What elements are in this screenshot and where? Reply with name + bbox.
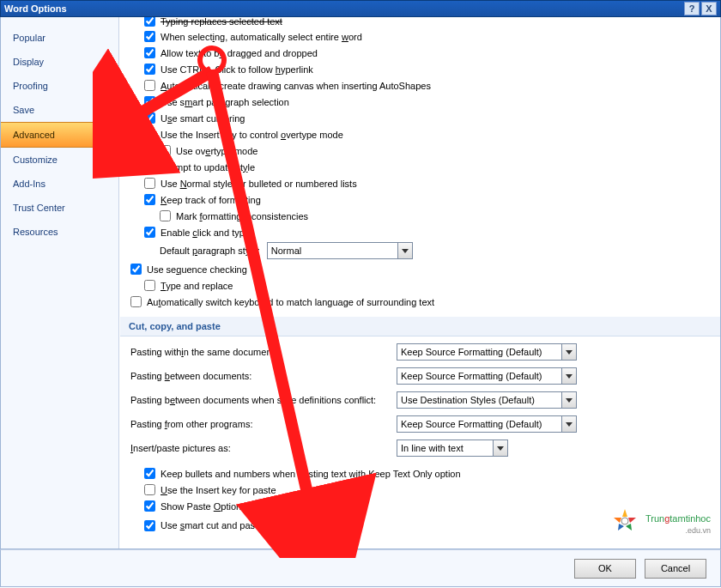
opt-prompt-style: Prompt to update style — [120, 159, 720, 175]
chk-ctrl-click[interactable] — [144, 64, 155, 75]
chevron-down-icon[interactable] — [494, 439, 508, 457]
dialog-footer: OK Cancel — [0, 549, 721, 587]
titlebar: Word Options ? X — [0, 0, 721, 17]
nav-addins[interactable]: Add-Ins — [1, 172, 118, 196]
chevron-down-icon[interactable] — [562, 343, 577, 361]
opt-normal-style: Use Normal style for bulleted or numbere… — [120, 175, 720, 191]
chk-overtype[interactable] — [160, 145, 171, 156]
combo-paste-within[interactable]: Keep Source Formatting (Default) — [397, 343, 577, 361]
opt-insert-paste: Use the Insert key for paste — [120, 482, 720, 498]
combo-paste-other[interactable]: Keep Source Formatting (Default) — [397, 415, 577, 433]
chk-normal-style[interactable] — [144, 178, 155, 189]
opt-ctrl-click: Use CTRL + Click to follow hyperlink — [120, 61, 720, 77]
opt-smart-cursor: Use smart cursoring — [120, 110, 720, 126]
opt-when-selecting: When selecting, automatically select ent… — [120, 28, 720, 45]
chk-smart-cut[interactable] — [144, 520, 155, 531]
opt-show-paste: Show Paste Options buttons — [120, 498, 720, 514]
nav-resources[interactable]: Resources — [1, 220, 118, 244]
chk-show-paste[interactable] — [144, 500, 155, 512]
combo-paste-pictures[interactable]: In line with text — [397, 439, 508, 457]
chk-prompt-style[interactable] — [144, 161, 155, 173]
chk-mark-incons[interactable] — [160, 210, 171, 221]
cancel-button[interactable]: Cancel — [645, 559, 706, 579]
combo-default-para-style[interactable]: Normal — [267, 242, 413, 259]
nav-advanced[interactable]: Advanced — [1, 122, 119, 148]
combo-paste-between[interactable]: Keep Source Formatting (Default) — [397, 367, 577, 385]
nav-proofing[interactable]: Proofing — [1, 74, 118, 98]
nav-display[interactable]: Display — [1, 50, 118, 74]
window-title: Word Options — [4, 3, 682, 14]
chevron-down-icon[interactable] — [562, 415, 577, 433]
opt-drag-drop: Allow text to be dragged and dropped — [120, 45, 720, 61]
content-pane: Typing replaces selected text When selec… — [119, 17, 720, 549]
nav-customize[interactable]: Customize — [1, 148, 118, 172]
chk-smart-para[interactable] — [144, 96, 155, 107]
paste-grid: Pasting within the same document: Keep S… — [120, 343, 720, 457]
lbl-paste-pictures: Insert/paste pictures as: — [130, 443, 397, 453]
chk-seq-check[interactable] — [130, 264, 142, 275]
chk-click-type[interactable] — [144, 227, 155, 238]
opt-mark-incons: Mark formatting inconsistencies — [120, 208, 720, 224]
nav-trust[interactable]: Trust Center — [1, 196, 118, 220]
chk-insert-paste[interactable] — [144, 484, 155, 495]
opt-smart-para: Use smart paragraph selection — [120, 94, 720, 110]
chk-smart-cursor[interactable] — [144, 112, 155, 124]
opt-typing-replaces: Typing replaces selected text — [120, 17, 720, 28]
section-ccp: Cut, copy, and paste — [120, 317, 720, 336]
lbl-paste-conflict: Pasting between documents when style def… — [130, 395, 397, 405]
opt-smart-cut: Use smart cut and paste Settings... — [120, 514, 720, 536]
help-button[interactable]: ? — [684, 2, 700, 15]
chk-typing-replaces[interactable] — [144, 17, 155, 27]
ok-button[interactable]: OK — [574, 559, 636, 579]
lbl-paste-between: Pasting between documents: — [130, 371, 397, 381]
settings-button[interactable]: Settings... — [273, 516, 337, 535]
chk-insert-key[interactable] — [144, 129, 155, 140]
chevron-down-icon[interactable] — [562, 367, 577, 385]
chk-drag-drop[interactable] — [144, 47, 155, 58]
opt-type-replace: Type and replace — [120, 277, 720, 294]
opt-keep-bullets: Keep bullets and numbers when pasting te… — [120, 465, 720, 482]
opt-auto-canvas: Automatically create drawing canvas when… — [120, 77, 720, 94]
lbl-paste-within: Pasting within the same document: — [130, 347, 397, 357]
opt-seq-check: Use sequence checking — [120, 261, 720, 277]
chk-keep-bullets[interactable] — [144, 468, 155, 479]
nav-save[interactable]: Save — [1, 98, 118, 122]
lbl-paste-other: Pasting from other programs: — [130, 419, 397, 429]
sidebar: Popular Display Proofing Save Advanced C… — [1, 17, 119, 549]
opt-click-type: Enable click and type — [120, 224, 720, 240]
close-button[interactable]: X — [701, 2, 717, 15]
chk-type-replace[interactable] — [144, 280, 155, 291]
chk-keep-track[interactable] — [144, 194, 155, 205]
chevron-down-icon[interactable] — [562, 391, 577, 409]
opt-auto-keyboard: Automatically switch keyboard to match l… — [120, 294, 720, 310]
nav-popular[interactable]: Popular — [1, 26, 118, 50]
opt-overtype: Use overtype mode — [120, 142, 720, 159]
opt-insert-key: Use the Insert key to control overtype m… — [120, 126, 720, 142]
combo-paste-conflict[interactable]: Use Destination Styles (Default) — [397, 391, 577, 409]
dialog-body: Popular Display Proofing Save Advanced C… — [0, 17, 721, 549]
chk-auto-keyboard[interactable] — [130, 296, 142, 307]
chk-when-selecting[interactable] — [144, 31, 155, 42]
opt-def-para: Default paragraph style: Normal — [120, 240, 720, 261]
opt-keep-track: Keep track of formatting — [120, 191, 720, 208]
chevron-down-icon[interactable] — [398, 242, 413, 259]
chk-auto-canvas[interactable] — [144, 80, 155, 91]
